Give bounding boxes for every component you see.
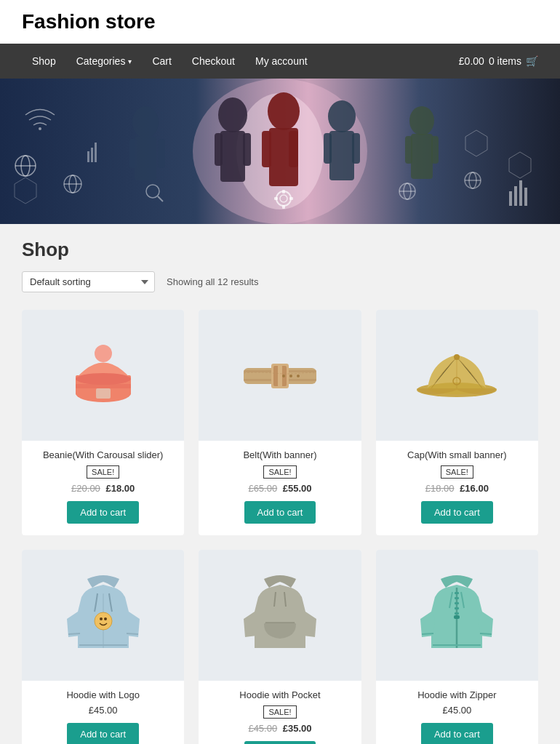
cart-total: £0.00 (459, 55, 484, 67)
add-to-cart-hoodie-pocket[interactable]: Add to cart (244, 741, 316, 744)
product-image-hoodie-logo[interactable] (22, 550, 184, 681)
svg-rect-9 (215, 133, 223, 166)
add-to-cart-beanie[interactable]: Add to cart (67, 501, 139, 524)
add-to-cart-belt[interactable]: Add to cart (244, 501, 316, 524)
new-price-cap: £16.00 (460, 483, 489, 494)
nav-my-account[interactable]: My account (245, 44, 318, 79)
nav-cart-info[interactable]: £0.00 0 items 🛒 (459, 55, 538, 67)
product-grid: Beanie(With Carousal slider) SALE! £20.0… (22, 310, 538, 744)
price-hoodie-pocket: £45.00 £35.00 (199, 723, 361, 734)
svg-point-3 (132, 106, 159, 138)
site-header: Fashion store (0, 0, 560, 44)
svg-rect-59 (96, 388, 111, 399)
site-nav: Shop Categories ▾ Cart Checkout My accou… (0, 44, 560, 79)
cart-items-count: 0 items (489, 55, 521, 67)
product-name-hoodie-pocket: Hoodie with Pocket (199, 689, 361, 700)
nav-categories[interactable]: Categories ▾ (66, 44, 143, 79)
product-image-belt[interactable] (199, 310, 361, 441)
regular-price-hoodie-zipper: £45.00 (442, 705, 471, 716)
product-name-beanie: Beanie(With Carousal slider) (22, 449, 184, 460)
svg-rect-90 (455, 612, 459, 615)
svg-rect-31 (282, 190, 285, 193)
svg-rect-18 (352, 133, 360, 164)
price-hoodie-zipper: £45.00 (376, 705, 538, 716)
svg-rect-86 (455, 592, 459, 594)
sale-badge-hoodie-pocket: SALE! (263, 705, 296, 719)
svg-point-15 (328, 100, 356, 132)
shop-title: Shop (22, 239, 538, 261)
svg-line-77 (68, 633, 80, 634)
price-belt: £65.00 £55.00 (199, 483, 361, 494)
product-image-beanie[interactable] (22, 310, 184, 441)
svg-rect-58 (76, 384, 131, 388)
price-beanie: £20.00 £18.00 (22, 483, 184, 494)
sort-select[interactable]: Default sorting Sort by popularity Sort … (22, 271, 155, 292)
product-image-hoodie-pocket[interactable] (199, 550, 361, 681)
svg-rect-34 (289, 197, 293, 200)
sale-badge-belt: SALE! (263, 465, 296, 479)
svg-rect-4 (135, 137, 156, 180)
new-price-beanie: £18.00 (105, 483, 135, 494)
svg-rect-91 (454, 615, 460, 619)
svg-rect-14 (289, 131, 298, 167)
svg-rect-38 (519, 180, 522, 206)
svg-line-93 (480, 633, 492, 634)
shop-toolbar: Default sorting Sort by popularity Sort … (22, 271, 538, 292)
svg-rect-89 (455, 607, 459, 609)
hero-banner (0, 79, 560, 224)
product-name-hoodie-zipper: Hoodie with Zipper (376, 689, 538, 700)
svg-point-56 (76, 373, 131, 385)
sale-badge-beanie: SALE! (87, 465, 119, 479)
add-to-cart-hoodie-logo[interactable]: Add to cart (67, 723, 139, 744)
price-hoodie-logo: £45.00 (22, 705, 184, 716)
add-to-cart-cap[interactable]: Add to cart (421, 501, 493, 524)
svg-rect-13 (262, 131, 271, 167)
product-card-belt: Belt(With banner) SALE! £65.00 £55.00 Ad… (199, 310, 361, 535)
svg-rect-10 (243, 133, 251, 166)
svg-rect-8 (220, 131, 245, 182)
product-image-hoodie-zipper[interactable] (376, 550, 538, 681)
new-price-hoodie-pocket: £35.00 (283, 723, 312, 734)
chevron-down-icon: ▾ (128, 57, 132, 65)
svg-rect-37 (514, 186, 517, 206)
product-card-cap: Cap(With small banner) SALE! £18.00 £16.… (376, 310, 538, 535)
nav-checkout[interactable]: Checkout (182, 44, 245, 79)
svg-rect-88 (455, 602, 459, 604)
product-card-hoodie-zipper: Hoodie with Zipper £45.00 Add to cart (376, 550, 538, 744)
svg-point-74 (95, 612, 112, 630)
regular-price-hoodie-logo: £45.00 (89, 705, 118, 716)
svg-rect-40 (87, 151, 89, 162)
svg-rect-39 (524, 188, 527, 206)
svg-point-76 (104, 617, 107, 620)
svg-rect-41 (91, 148, 93, 162)
svg-point-35 (39, 127, 41, 130)
svg-point-57 (95, 345, 112, 362)
svg-point-7 (218, 97, 247, 132)
svg-rect-42 (95, 143, 97, 162)
product-name-hoodie-logo: Hoodie with Logo (22, 689, 184, 700)
new-price-belt: £55.00 (283, 483, 312, 494)
product-image-cap[interactable] (376, 310, 538, 441)
svg-rect-36 (509, 191, 512, 206)
svg-rect-6 (158, 139, 165, 168)
product-name-cap: Cap(With small banner) (376, 449, 538, 460)
old-price-beanie: £20.00 (71, 483, 100, 494)
nav-left: Shop Categories ▾ Cart Checkout My accou… (22, 44, 318, 79)
results-count: Showing all 12 results (167, 276, 258, 287)
old-price-belt: £65.00 (248, 483, 277, 494)
svg-rect-33 (274, 197, 278, 200)
svg-rect-20 (411, 134, 433, 179)
nav-cart[interactable]: Cart (142, 44, 181, 79)
svg-point-75 (100, 617, 103, 620)
nav-shop[interactable]: Shop (22, 44, 66, 79)
svg-point-67 (289, 375, 292, 377)
svg-point-68 (282, 375, 285, 377)
old-price-cap: £18.00 (425, 483, 455, 494)
svg-line-78 (127, 633, 138, 634)
svg-rect-5 (129, 139, 137, 168)
svg-rect-17 (324, 133, 332, 164)
svg-rect-65 (278, 364, 282, 388)
add-to-cart-hoodie-zipper[interactable]: Add to cart (421, 723, 493, 744)
main-content: Shop Default sorting Sort by popularity … (0, 224, 560, 744)
svg-point-66 (297, 375, 300, 377)
